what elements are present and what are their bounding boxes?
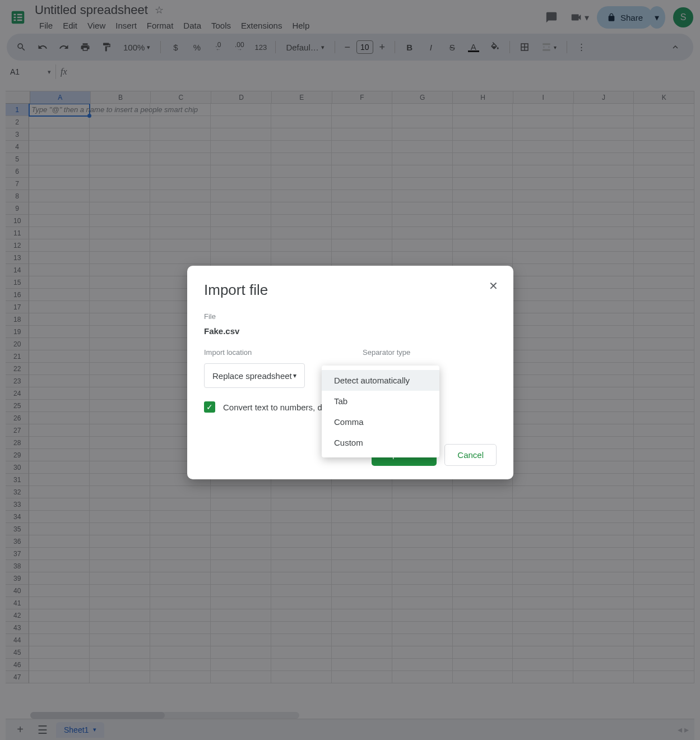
dialog-title: Import file (204, 281, 497, 299)
chevron-down-icon: ▾ (293, 372, 296, 380)
convert-label: Convert text to numbers, d (223, 403, 322, 412)
import-location-select[interactable]: Replace spreadsheet ▾ (204, 363, 305, 388)
separator-type-label: Separator type (363, 348, 497, 357)
convert-checkbox[interactable]: ✓ (204, 401, 215, 413)
file-label: File (204, 312, 497, 321)
import-location-label: Import location (204, 348, 338, 357)
close-icon[interactable]: ✕ (484, 277, 502, 295)
cancel-button[interactable]: Cancel (444, 444, 497, 466)
file-name: Fake.csv (204, 326, 497, 336)
separator-option[interactable]: Tab (322, 391, 439, 411)
separator-option[interactable]: Detect automatically (322, 370, 439, 391)
separator-option[interactable]: Custom (322, 432, 439, 453)
separator-type-menu: Detect automaticallyTabCommaCustom (322, 366, 439, 457)
separator-option[interactable]: Comma (322, 411, 439, 432)
